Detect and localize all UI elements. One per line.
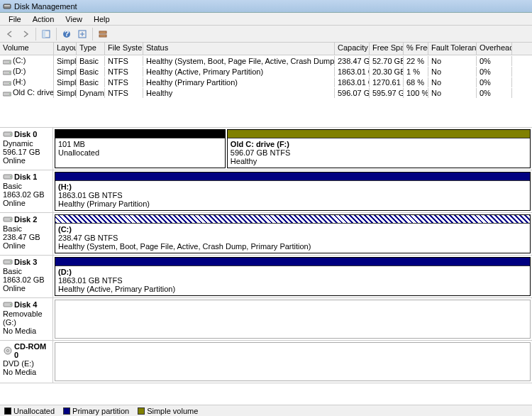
volume-row[interactable]: (H:)SimpleBasicNTFSHealthy (Primary Part… bbox=[0, 77, 532, 87]
volume-layout: Simple bbox=[54, 88, 77, 98]
volume-capacity: 238.47 GB bbox=[335, 56, 370, 66]
col-type[interactable]: Type bbox=[77, 43, 105, 55]
disk-icon bbox=[3, 129, 13, 139]
partition-size: 1863.01 GB NTFS bbox=[58, 191, 527, 199]
svg-rect-3 bbox=[43, 31, 45, 38]
settings-button[interactable] bbox=[96, 27, 110, 41]
volume-row[interactable]: (C:)SimpleBasicNTFSHealthy (System, Boot… bbox=[0, 55, 532, 66]
empty-partition[interactable] bbox=[55, 300, 531, 339]
volume-fs: NTFS bbox=[105, 77, 143, 87]
partition-status: Healthy (System, Boot, Page File, Active… bbox=[58, 242, 527, 251]
col-volume[interactable]: Volume bbox=[0, 43, 54, 55]
partition[interactable]: (H:)1863.01 GB NTFSHealthy (Primary Part… bbox=[55, 172, 531, 211]
disk-partitions: (D:)1863.01 GB NTFSHealthy (Active, Prim… bbox=[53, 256, 532, 297]
disk-info: Disk 0Dynamic596.17 GBOnline bbox=[0, 128, 53, 170]
volume-pct: 22 % bbox=[404, 56, 428, 66]
show-hide-console-tree-button[interactable] bbox=[39, 27, 53, 41]
disk-name: Disk 4 bbox=[14, 300, 37, 309]
menu-help[interactable]: Help bbox=[88, 15, 116, 23]
disk-name: Disk 3 bbox=[14, 258, 37, 266]
volume-fs: NTFS bbox=[105, 56, 143, 66]
disk-icon bbox=[3, 172, 13, 182]
disk-info: CD-ROM 0DVD (E:)No Media bbox=[0, 341, 53, 383]
volume-free: 595.97 GB bbox=[370, 88, 404, 98]
volume-row[interactable]: Old C: drive (F:)SimpleDynamicNTFSHealth… bbox=[0, 87, 532, 98]
partition-label: (H:) bbox=[58, 182, 527, 191]
disk-type: Basic bbox=[3, 182, 50, 190]
back-button[interactable] bbox=[3, 27, 17, 41]
volume-name: (C:) bbox=[13, 56, 26, 65]
col-capacity[interactable]: Capacity bbox=[335, 43, 370, 55]
window-title: Disk Management bbox=[14, 2, 77, 11]
partition[interactable]: (C:)238.47 GB NTFSHealthy (System, Boot,… bbox=[55, 214, 531, 253]
disk-icon bbox=[3, 257, 13, 267]
volume-status: Healthy (Primary Partition) bbox=[143, 77, 335, 87]
disk-info: Disk 3Basic1863.02 GBOnline bbox=[0, 256, 53, 297]
svg-point-24 bbox=[10, 261, 11, 263]
menu-view[interactable]: View bbox=[60, 15, 88, 23]
disk-icon bbox=[3, 214, 13, 224]
disk-row[interactable]: Disk 4Removable (G:)No Media bbox=[0, 298, 532, 341]
disk-name: Disk 0 bbox=[14, 130, 37, 138]
disk-type: Dynamic bbox=[3, 139, 50, 148]
svg-point-26 bbox=[10, 304, 11, 305]
disk-row[interactable]: CD-ROM 0DVD (E:)No Media bbox=[0, 341, 532, 383]
help-button[interactable]: ? bbox=[60, 27, 74, 41]
refresh-button[interactable] bbox=[75, 27, 89, 41]
disk-name: Disk 1 bbox=[14, 173, 37, 181]
forward-button[interactable] bbox=[18, 27, 33, 41]
disk-row[interactable]: Disk 1Basic1863.02 GBOnline(H:)1863.01 G… bbox=[0, 170, 532, 213]
disk-info: Disk 1Basic1863.02 GBOnline bbox=[0, 170, 53, 212]
disk-size: 238.47 GB bbox=[3, 233, 50, 241]
empty-partition[interactable] bbox=[55, 342, 531, 381]
col-status[interactable]: Status bbox=[143, 43, 335, 55]
disk-row[interactable]: Disk 2Basic238.47 GBOnline(C:)238.47 GB … bbox=[0, 213, 532, 256]
disk-row[interactable]: Disk 0Dynamic596.17 GBOnline101 MBUnallo… bbox=[0, 128, 532, 170]
svg-text:?: ? bbox=[65, 29, 70, 38]
menu-file[interactable]: File bbox=[3, 15, 27, 23]
col-free[interactable]: Free Space bbox=[370, 43, 404, 55]
drive-icon bbox=[3, 58, 11, 65]
primary-swatch bbox=[63, 407, 70, 415]
disk-state: Online bbox=[3, 199, 50, 207]
volume-row[interactable]: (D:)SimpleBasicNTFSHealthy (Active, Prim… bbox=[0, 66, 532, 77]
partition[interactable]: 101 MBUnallocated bbox=[55, 129, 226, 168]
partition[interactable]: Old C: drive (F:)596.07 GB NTFSHealthy bbox=[227, 129, 531, 168]
partition-color-bar bbox=[55, 258, 530, 266]
disk-row[interactable]: Disk 3Basic1863.02 GBOnline(D:)1863.01 G… bbox=[0, 256, 532, 298]
col-overhead[interactable]: Overhead bbox=[477, 43, 512, 55]
volume-capacity: 1863.01 GB bbox=[335, 77, 370, 87]
volume-capacity: 1863.01 GB bbox=[335, 67, 370, 77]
col-layout[interactable]: Layout bbox=[54, 43, 77, 55]
volume-status: Healthy (Active, Primary Partition) bbox=[143, 67, 335, 77]
disk-icon bbox=[3, 346, 13, 356]
drive-icon bbox=[3, 90, 11, 97]
volume-name: (H:) bbox=[13, 77, 26, 86]
disk-partitions: (H:)1863.01 GB NTFSHealthy (Primary Part… bbox=[53, 170, 532, 212]
col-fault[interactable]: Fault Tolerance bbox=[428, 43, 477, 55]
volume-fault: No bbox=[428, 88, 477, 98]
disk-graphical-view[interactable]: Disk 0Dynamic596.17 GBOnline101 MBUnallo… bbox=[0, 128, 532, 405]
volume-header: Volume Layout Type File System Status Ca… bbox=[0, 43, 532, 55]
partition-label: Old C: drive (F:) bbox=[231, 140, 527, 148]
partition[interactable]: (D:)1863.01 GB NTFSHealthy (Active, Prim… bbox=[55, 257, 531, 296]
svg-rect-8 bbox=[99, 35, 106, 37]
volume-free: 1270.61 GB bbox=[370, 77, 404, 87]
legend-simple: Simple volume bbox=[138, 407, 198, 415]
partition-size: 596.07 GB NTFS bbox=[231, 148, 527, 157]
disk-type: DVD (E:) bbox=[3, 359, 50, 368]
legend-primary-label: Primary partition bbox=[72, 407, 129, 415]
menu-action[interactable]: Action bbox=[27, 15, 60, 23]
volume-fault: No bbox=[428, 67, 477, 77]
col-pct[interactable]: % Free bbox=[404, 43, 428, 55]
disk-name: CD-ROM 0 bbox=[14, 342, 50, 359]
legend-primary: Primary partition bbox=[63, 407, 129, 415]
volume-list[interactable]: Volume Layout Type File System Status Ca… bbox=[0, 43, 532, 128]
app-icon bbox=[3, 2, 11, 11]
unallocated-swatch bbox=[4, 407, 11, 415]
volume-overhead: 0% bbox=[477, 88, 512, 98]
svg-rect-7 bbox=[99, 31, 106, 33]
svg-point-22 bbox=[10, 219, 11, 220]
volume-pct: 68 % bbox=[404, 77, 428, 87]
col-filesystem[interactable]: File System bbox=[105, 43, 143, 55]
